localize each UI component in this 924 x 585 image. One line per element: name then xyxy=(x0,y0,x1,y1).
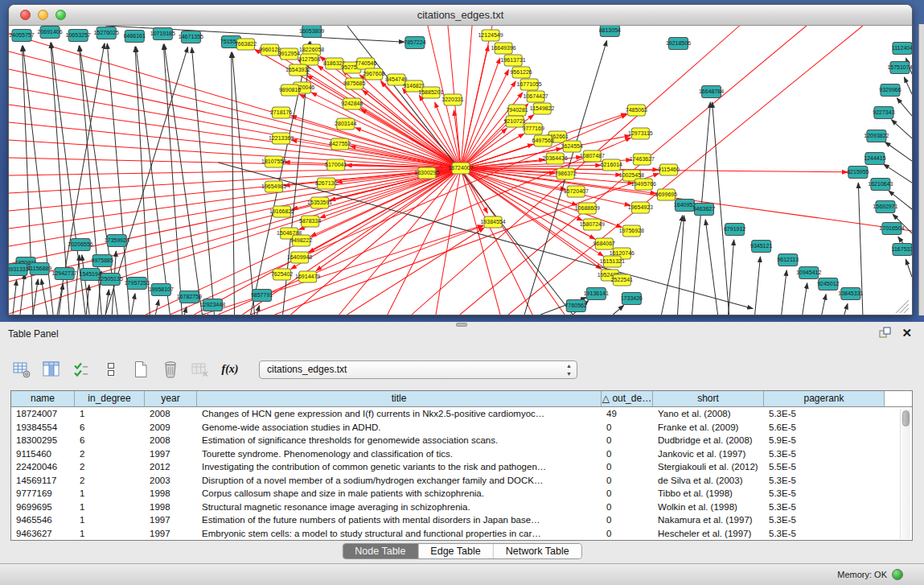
table-cell[interactable]: 5.6E-5 xyxy=(764,421,885,435)
tab-network-table[interactable]: Network Table xyxy=(494,544,581,558)
float-panel-icon[interactable] xyxy=(879,327,892,342)
function-builder-icon[interactable]: f(x) xyxy=(220,360,240,379)
window-titlebar[interactable]: citations_edges.txt xyxy=(9,5,912,26)
table-cell[interactable]: 49 xyxy=(602,407,653,421)
delete-table-icon[interactable] xyxy=(190,360,211,379)
table-cell[interactable]: 5.3E-5 xyxy=(764,447,885,461)
table-scrollbar[interactable] xyxy=(900,409,910,539)
table-row[interactable]: 1456911722003Disruption of a novel membe… xyxy=(11,474,912,488)
table-cell[interactable]: 0 xyxy=(602,513,653,527)
table-cell[interactable]: 5.3E-5 xyxy=(764,487,885,501)
column-header-name[interactable]: name xyxy=(11,391,75,406)
table-cell[interactable]: 0 xyxy=(602,460,653,474)
table-cell[interactable]: 18300295 xyxy=(11,434,75,447)
table-cell[interactable]: 19384554 xyxy=(11,421,75,435)
table-cell[interactable]: 1 xyxy=(75,513,145,527)
table-cell[interactable]: de Silva et al. (2003) xyxy=(653,474,764,488)
table-cell[interactable]: 5.9E-5 xyxy=(764,434,885,447)
resize-grip-icon[interactable] xyxy=(900,304,909,313)
table-cell[interactable]: 5.5E-5 xyxy=(764,460,885,474)
table-cell[interactable]: Franke et al. (2009) xyxy=(653,421,764,435)
table-cell[interactable]: Hescheler et al. (1997) xyxy=(653,527,764,541)
table-cell[interactable]: 2012 xyxy=(145,460,197,474)
table-cell[interactable]: 5.3E-5 xyxy=(764,527,885,541)
table-row[interactable]: 1938455462009Genome-wide association stu… xyxy=(11,421,912,435)
table-row[interactable]: 911546021997Tourette syndrome. Phenomeno… xyxy=(11,447,912,461)
table-cell[interactable]: Estimation of the future numbers of pati… xyxy=(197,513,602,527)
table-select[interactable]: citations_edges.txt ▲▼ xyxy=(259,360,577,379)
table-cell[interactable]: 5.3E-5 xyxy=(764,474,885,488)
table-row[interactable]: 946362711997Embryonic stem cells: a mode… xyxy=(11,527,912,541)
table-cell[interactable]: 2 xyxy=(75,460,145,474)
show-columns-icon[interactable] xyxy=(41,360,62,379)
table-cell[interactable]: 1 xyxy=(75,407,145,421)
table-row[interactable]: 969969511998Structural magnetic resonanc… xyxy=(11,501,912,514)
resize-grip-icon[interactable] xyxy=(904,308,909,313)
table-cell[interactable]: Corpus callosum shape and size in male p… xyxy=(197,487,602,501)
table-cell[interactable]: 1998 xyxy=(145,501,197,514)
table-cell[interactable]: 9115460 xyxy=(11,447,75,461)
table-row[interactable]: 946554611997Estimation of the future num… xyxy=(11,513,912,527)
column-header-pagerank[interactable]: pagerank xyxy=(764,391,885,406)
table-cell[interactable]: Dudbridge et al. (2008) xyxy=(653,434,764,447)
select-all-rows-icon[interactable] xyxy=(71,360,92,379)
table-cell[interactable]: 2003 xyxy=(145,474,197,488)
table-cell[interactable]: 0 xyxy=(602,527,653,541)
create-new-column-icon[interactable] xyxy=(130,360,151,379)
table-cell[interactable]: 0 xyxy=(602,434,653,447)
row-options-icon[interactable] xyxy=(101,360,121,379)
column-header-in_degree[interactable]: in_degree xyxy=(75,391,145,406)
table-cell[interactable]: 22420046 xyxy=(11,460,75,474)
delete-columns-icon[interactable] xyxy=(160,360,181,379)
table-cell[interactable]: Disruption of a novel member of a sodium… xyxy=(197,474,602,488)
table-cell[interactable]: Embryonic stem cells: a model to study s… xyxy=(197,527,602,541)
table-cell[interactable]: Yano et al. (2008) xyxy=(653,407,764,421)
table-cell[interactable]: 0 xyxy=(602,421,653,435)
tab-node-table[interactable]: Node Table xyxy=(343,544,418,558)
table-cell[interactable]: Estimation of significance thresholds fo… xyxy=(197,434,602,447)
table-cell[interactable]: 6 xyxy=(75,434,145,447)
table-cell[interactable]: 18724007 xyxy=(11,407,75,421)
network-graph[interactable]: 2405575720691406106532571527602564661611… xyxy=(9,26,912,315)
table-cell[interactable]: 14569117 xyxy=(11,474,75,488)
table-cell[interactable]: 9777169 xyxy=(11,487,75,501)
table-cell[interactable]: 1 xyxy=(75,487,145,501)
table-cell[interactable]: 2 xyxy=(75,447,145,461)
table-cell[interactable]: 1997 xyxy=(145,527,197,541)
table-row[interactable]: 1872400712008Changes of HCN gene express… xyxy=(11,407,912,421)
table-cell[interactable]: 5.3E-5 xyxy=(764,513,885,527)
column-header-short[interactable]: short xyxy=(653,391,764,406)
table-cell[interactable]: Investigating the contribution of common… xyxy=(197,460,602,474)
table-cell[interactable]: 9465546 xyxy=(11,513,75,527)
table-cell[interactable]: Changes of HCN gene expression and I(f) … xyxy=(197,407,602,421)
network-canvas[interactable]: 2405575720691406106532571527602564661611… xyxy=(9,26,912,315)
tab-edge-table[interactable]: Edge Table xyxy=(418,544,493,558)
column-header-out_de[interactable]: △ out_de… xyxy=(602,391,653,406)
table-cell[interactable]: 1997 xyxy=(145,513,197,527)
table-cell[interactable]: Tourette syndrome. Phenomenology and cla… xyxy=(197,447,602,461)
table-cell[interactable]: Structural magnetic resonance image aver… xyxy=(197,501,602,514)
table-cell[interactable]: Jankovic et al. (1997) xyxy=(653,447,764,461)
table-row[interactable]: 2242004622012Investigating the contribut… xyxy=(11,460,912,474)
table-cell[interactable]: 2 xyxy=(75,474,145,488)
column-header-title[interactable]: title xyxy=(197,391,602,406)
table-cell[interactable]: 0 xyxy=(602,474,653,488)
table-cell[interactable]: 6 xyxy=(75,421,145,435)
table-cell[interactable]: 1 xyxy=(75,527,145,541)
table-cell[interactable]: 1997 xyxy=(145,447,197,461)
table-cell[interactable]: Tibbo et al. (1998) xyxy=(653,487,764,501)
table-scrollbar-thumb[interactable] xyxy=(902,410,910,426)
table-cell[interactable]: 0 xyxy=(602,501,653,514)
network-window[interactable]: citations_edges.txt 24055757206914061065… xyxy=(8,4,913,315)
close-panel-icon[interactable]: ✕ xyxy=(901,326,912,340)
table-cell[interactable]: 5.3E-5 xyxy=(764,407,885,421)
table-cell[interactable]: 1998 xyxy=(145,487,197,501)
table-cell[interactable]: 0 xyxy=(602,447,653,461)
table-mode-icon[interactable] xyxy=(11,360,32,379)
table-cell[interactable]: 1 xyxy=(75,501,145,514)
column-header-year[interactable]: year xyxy=(145,391,197,406)
table-cell[interactable]: Nakamura et al. (1997) xyxy=(653,513,764,527)
table-cell[interactable]: 2008 xyxy=(145,434,197,447)
table-cell[interactable]: 0 xyxy=(602,487,653,501)
table-row[interactable]: 1830029562008Estimation of significance … xyxy=(11,434,912,447)
